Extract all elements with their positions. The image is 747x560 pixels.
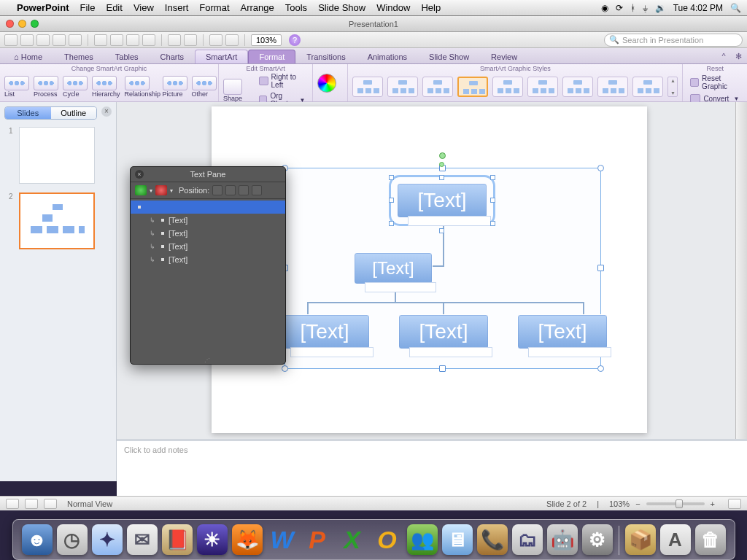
tab-smartart[interactable]: SmartArt <box>195 50 248 63</box>
contacts-icon[interactable]: 📕 <box>162 524 193 555</box>
style-6[interactable] <box>527 77 558 97</box>
applications-icon[interactable]: A <box>660 524 691 555</box>
rdc-icon[interactable]: 🖥 <box>442 524 473 555</box>
sa-cycle-button[interactable]: Cycle <box>63 76 88 98</box>
textpane-item[interactable]: [Text] <box>131 253 285 266</box>
qa-copy-icon[interactable] <box>110 34 123 46</box>
org-node-root[interactable]: [Text] <box>397 183 487 218</box>
screenshare-icon[interactable]: ◉ <box>601 3 608 13</box>
resize-handle[interactable] <box>597 265 604 271</box>
excel-icon[interactable]: X <box>337 524 368 555</box>
textpane-item[interactable]: [Text] <box>131 214 285 227</box>
trash-icon[interactable]: 🗑 <box>695 524 726 555</box>
mail-icon[interactable]: ✉ <box>127 524 158 555</box>
vertical-scrollbar[interactable] <box>735 102 747 470</box>
org-node-child[interactable]: [Text] <box>517 314 608 349</box>
ribbon-settings-icon[interactable]: ✻ <box>732 52 744 63</box>
clock[interactable]: Tue 4:02 PM <box>673 3 723 13</box>
menu-slideshow[interactable]: Slide Show <box>318 2 365 13</box>
slide-thumb-1[interactable]: 1 <box>9 127 107 184</box>
qa-cut-icon[interactable] <box>94 34 107 46</box>
resize-handle[interactable] <box>439 365 446 372</box>
dashboard-icon[interactable]: ◷ <box>57 524 88 555</box>
colors-button[interactable] <box>317 74 343 93</box>
help-icon[interactable]: ? <box>289 34 301 46</box>
tab-review[interactable]: Review <box>480 50 528 63</box>
menu-window[interactable]: Window <box>376 2 410 13</box>
sa-relationship-button[interactable]: Relationship <box>125 76 158 98</box>
style-1[interactable] <box>352 77 383 97</box>
word-icon[interactable]: W <box>267 524 298 555</box>
ribbon-collapse-icon[interactable]: ^ <box>718 52 729 63</box>
tab-charts[interactable]: Charts <box>150 50 195 63</box>
powerpoint-icon[interactable]: P <box>302 524 333 555</box>
safari-icon[interactable]: ✦ <box>92 524 123 555</box>
tab-transitions[interactable]: Transitions <box>295 50 356 63</box>
outlook-icon[interactable]: O <box>372 524 403 555</box>
menu-file[interactable]: File <box>80 2 96 13</box>
panel-tab-outline[interactable]: Outline <box>51 107 97 119</box>
view-sorter-button[interactable] <box>25 499 38 509</box>
automator-icon[interactable]: 🤖 <box>547 524 578 555</box>
style-2[interactable] <box>387 77 418 97</box>
smartart-text-pane[interactable]: × Text Pane ▾ ▾ Position: [Text] [Text] … <box>130 166 286 365</box>
qa-open-icon[interactable] <box>36 34 50 46</box>
menu-help[interactable]: Help <box>421 2 441 13</box>
photos-icon[interactable]: ☀ <box>197 524 228 555</box>
volume-icon[interactable]: 🔉 <box>655 3 666 13</box>
tab-home[interactable]: Home <box>3 50 53 63</box>
sa-hierarchy-button[interactable]: Hierarchy <box>92 76 120 98</box>
messenger-icon[interactable]: 👥 <box>407 524 438 555</box>
org-node-child[interactable]: [Text] <box>398 314 489 349</box>
docconn-icon[interactable]: 🗂 <box>512 524 543 555</box>
menu-tools[interactable]: Tools <box>285 2 307 13</box>
spotlight-icon[interactable]: 🔍 <box>730 3 741 13</box>
style-8[interactable] <box>597 77 628 97</box>
textpane-item[interactable] <box>131 201 285 214</box>
sa-picture-button[interactable]: Picture <box>163 76 187 98</box>
style-3[interactable] <box>422 77 453 97</box>
textpane-add-button[interactable] <box>135 185 147 195</box>
zoom-out-button[interactable]: − <box>635 499 640 508</box>
sa-list-button[interactable]: List <box>4 76 29 98</box>
reset-graphic-button[interactable]: Reset Graphic <box>687 74 743 91</box>
qa-template-icon[interactable] <box>20 34 34 46</box>
style-7[interactable] <box>562 77 593 97</box>
resize-handle[interactable] <box>597 365 604 372</box>
textpane-outdent-button[interactable] <box>212 185 222 195</box>
wifi-icon[interactable]: ⏚ <box>643 3 648 13</box>
qa-save-icon[interactable] <box>53 34 66 46</box>
edit-rtl-button[interactable]: Right to Left <box>256 72 308 90</box>
textpane-edit-input[interactable] <box>145 203 278 211</box>
downloads-icon[interactable]: 📦 <box>625 524 656 555</box>
tab-animations[interactable]: Animations <box>357 50 418 63</box>
sa-process-button[interactable]: Process <box>34 76 58 98</box>
qa-undo-icon[interactable] <box>168 34 181 46</box>
fit-button[interactable] <box>728 499 741 509</box>
textpane-movedown-button[interactable] <box>252 185 262 195</box>
style-gallery-scroll[interactable]: ▲▼ <box>667 77 678 97</box>
window-close-button[interactable] <box>6 20 14 28</box>
sync-icon[interactable]: ⟳ <box>616 3 623 13</box>
menu-arrange[interactable]: Arrange <box>241 2 274 13</box>
qa-sections-icon[interactable] <box>225 34 239 46</box>
tab-format[interactable]: Format <box>248 50 295 63</box>
qa-paste-icon[interactable] <box>126 34 139 46</box>
panel-close-button[interactable]: × <box>101 106 112 117</box>
qa-print-icon[interactable] <box>69 34 82 46</box>
textpane-moveup-button[interactable] <box>239 185 249 195</box>
menu-edit[interactable]: Edit <box>106 2 122 13</box>
resize-handle[interactable] <box>282 365 288 372</box>
slide-thumb-2[interactable]: 2 <box>9 192 107 249</box>
tab-slideshow[interactable]: Slide Show <box>418 50 480 63</box>
zoom-in-button[interactable]: + <box>711 499 715 508</box>
bluetooth-icon[interactable]: ᚼ <box>630 3 635 13</box>
edit-shape-button[interactable]: Shape <box>223 79 252 102</box>
qa-new-icon[interactable] <box>4 34 18 46</box>
style-9[interactable] <box>632 77 663 97</box>
zoom-slider[interactable] <box>646 502 705 505</box>
qa-format-painter-icon[interactable] <box>142 34 155 46</box>
textpane-item[interactable]: [Text] <box>131 227 285 240</box>
rotate-handle[interactable] <box>439 152 446 159</box>
window-minimize-button[interactable] <box>18 20 26 28</box>
